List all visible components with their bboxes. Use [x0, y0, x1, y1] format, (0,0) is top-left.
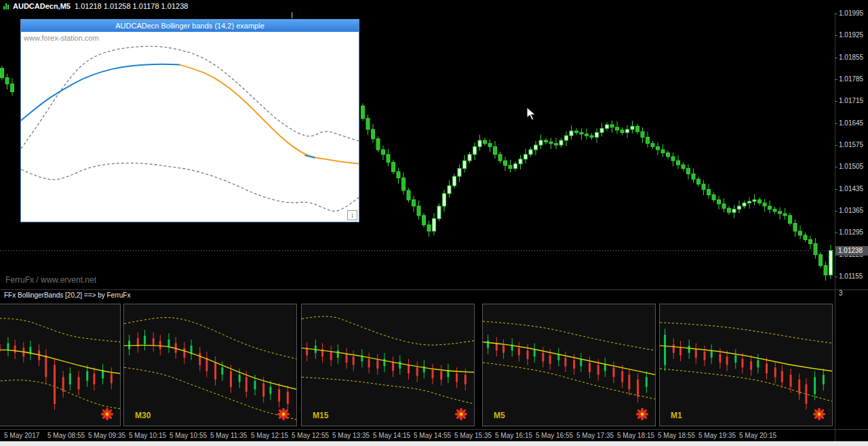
candlestick	[783, 214, 787, 216]
candlestick	[534, 145, 538, 150]
candlestick	[580, 133, 583, 134]
time-axis-label: 5 May 20:15	[739, 432, 776, 439]
time-axis-label: 5 May 09:35	[88, 432, 125, 439]
timeframe-panel-m15: M15	[301, 304, 475, 426]
candlestick	[728, 208, 731, 212]
price-axis-label: 1.01295	[839, 228, 863, 237]
candlestick	[600, 129, 604, 133]
candlestick	[656, 146, 660, 150]
price-axis-label: 1.01785	[839, 75, 863, 83]
candlestick	[778, 211, 782, 214]
sun-flower-icon	[455, 408, 467, 420]
candlestick	[565, 136, 568, 140]
time-axis-label: 5 May 14:15	[373, 432, 410, 439]
candlestick	[519, 159, 522, 164]
candlestick	[504, 161, 507, 165]
candlestick	[585, 134, 589, 136]
candlestick	[397, 171, 400, 178]
middle-band-down-line	[180, 65, 359, 164]
candlestick	[651, 144, 654, 147]
candlestick	[402, 178, 406, 191]
candlestick	[722, 204, 726, 209]
candlestick	[661, 150, 665, 153]
price-axis-tick	[835, 58, 837, 58]
time-axis-label: 5 May 14:55	[414, 432, 451, 439]
candlestick	[458, 169, 461, 177]
price-axis-tick	[835, 167, 837, 167]
time-axis-label: 5 May 10:15	[129, 432, 166, 439]
price-axis-tick	[835, 123, 837, 124]
candlestick	[707, 190, 711, 195]
candlestick	[366, 119, 370, 129]
candlestick	[748, 201, 751, 203]
candlestick	[488, 144, 492, 147]
candlestick	[616, 127, 619, 130]
candlestick	[606, 125, 609, 129]
candlestick	[473, 146, 477, 155]
price-axis-tick	[835, 14, 837, 14]
sun-flower-icon	[636, 408, 648, 420]
timeframe-panel-m30: M30	[123, 304, 297, 426]
subwindow-separator[interactable]	[0, 289, 868, 290]
candlestick	[692, 174, 695, 180]
candlestick	[498, 155, 502, 161]
timeframe-label: M5	[494, 411, 505, 420]
time-axis-separator	[0, 429, 868, 430]
candlestick	[524, 155, 528, 159]
time-axis-label: 5 May 16:55	[536, 432, 573, 439]
inset-window-body: www.forex-station.com ↕	[21, 32, 359, 222]
timeframe-panel-m5: M5	[482, 304, 656, 426]
candlestick	[478, 140, 481, 146]
candlestick	[545, 140, 548, 142]
sun-flower-icon	[813, 408, 825, 420]
timeframe-mini-chart	[124, 304, 296, 426]
candlestick	[753, 200, 756, 201]
candlestick	[412, 200, 416, 206]
current-price-tag: 1.01238	[835, 246, 868, 256]
time-axis-label: 5 May 13:35	[332, 432, 370, 439]
timeframe-mini-chart	[660, 304, 832, 426]
candlestick	[463, 161, 467, 169]
candlestick	[631, 126, 634, 129]
time-axis-label: 5 May 10:55	[170, 432, 207, 439]
forex-station-watermark: www.forex-station.com	[24, 34, 99, 42]
candlestick	[514, 164, 517, 169]
price-axis[interactable]: 1.019951.019251.018551.017851.017151.016…	[835, 12, 868, 430]
candlestick	[799, 231, 802, 235]
candlestick	[11, 84, 14, 92]
candlestick	[575, 131, 578, 132]
price-axis-label: 1.01155	[839, 272, 863, 281]
mt4-chart-window: AUDCADecn,M5 1.01218 1.01258 1.01178 1.0…	[0, 0, 868, 446]
candlestick	[824, 266, 827, 275]
indicator-title: FFx BollingerBands [20,2] ==> by FerruFx	[4, 291, 130, 299]
time-axis-label: 5 May 18:15	[617, 432, 654, 439]
bollinger-example-window[interactable]: AUDCADecn Bollinger bands (14,2) example…	[20, 19, 359, 222]
price-axis-label: 1.01575	[839, 141, 863, 149]
timeframe-label: M15	[313, 411, 328, 420]
resize-handle-icon[interactable]: ↕	[347, 210, 357, 220]
candlestick	[372, 129, 375, 139]
chart-watermark: FerruFx / www.ervent.net	[5, 275, 96, 285]
candlestick	[738, 206, 741, 209]
candlestick	[387, 155, 390, 163]
candlestick	[468, 155, 471, 161]
price-axis-tick	[835, 211, 837, 211]
price-axis-label: 1.01435	[839, 185, 863, 193]
candlestick	[555, 144, 558, 145]
candlestick	[636, 126, 639, 131]
time-axis-label: 5 May 2017	[4, 432, 39, 439]
price-axis-label: 1.01925	[839, 31, 863, 39]
price-axis-label: 1.01505	[839, 163, 863, 171]
upper-band-line	[21, 46, 359, 148]
candlestick	[610, 125, 614, 127]
timeframe-label: M1	[671, 411, 682, 420]
inset-window-title-bar[interactable]: AUDCADecn Bollinger bands (14,2) example	[21, 20, 359, 32]
price-axis-label: 1.01995	[839, 9, 863, 18]
inset-window-title: AUDCADecn Bollinger bands (14,2) example	[115, 22, 264, 30]
candlestick	[804, 235, 807, 240]
price-axis-tick	[835, 277, 837, 277]
candlestick	[407, 190, 410, 200]
price-axis-label: 1.01365	[839, 207, 863, 215]
timeframe-mini-chart	[483, 304, 655, 426]
chart-symbol-bar: AUDCADecn,M5 1.01218 1.01258 1.01178 1.0…	[0, 0, 868, 12]
